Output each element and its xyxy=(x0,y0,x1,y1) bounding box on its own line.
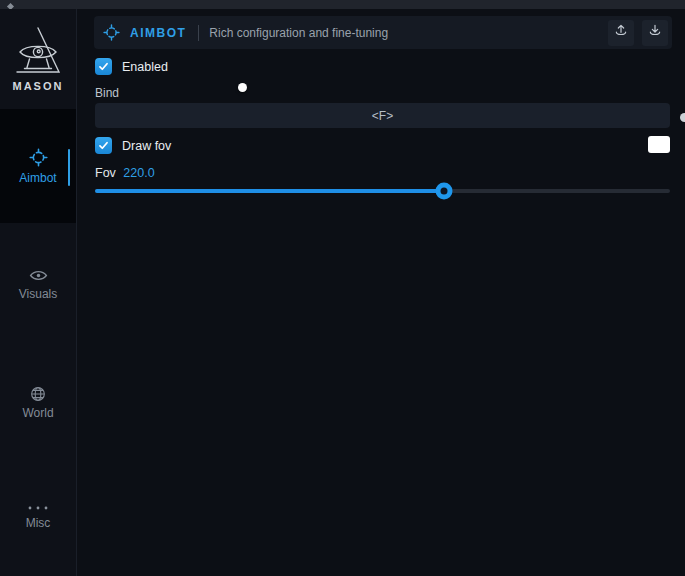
page-subtitle: Rich configuration and fine-tuning xyxy=(209,26,388,40)
upload-icon xyxy=(613,23,629,42)
sidebar: MASON Aimbot Visuals xyxy=(0,9,76,576)
download-config-button[interactable] xyxy=(642,20,668,46)
crosshair-icon xyxy=(103,24,120,41)
enabled-checkbox[interactable] xyxy=(95,58,112,75)
fov-value-row: Fov 220.0 xyxy=(95,166,155,180)
main-panel: AIMBOT Rich configuration and fine-tunin… xyxy=(77,9,685,576)
fov-value: 220.0 xyxy=(123,166,154,180)
fov-slider[interactable] xyxy=(95,181,670,199)
app-logo: MASON xyxy=(0,26,76,92)
crosshair-icon xyxy=(0,148,76,167)
globe-icon xyxy=(0,386,76,402)
sidebar-item-label: Visuals xyxy=(0,287,76,301)
enabled-label: Enabled xyxy=(122,60,168,74)
sidebar-item-label: Misc xyxy=(0,516,76,530)
app-title: MASON xyxy=(0,80,76,92)
sidebar-item-label: World xyxy=(0,406,76,420)
window-top-strip xyxy=(0,0,685,9)
app-window: MASON Aimbot Visuals xyxy=(0,0,685,576)
upload-config-button[interactable] xyxy=(608,20,634,46)
page-header: AIMBOT Rich configuration and fine-tunin… xyxy=(94,16,672,49)
sidebar-item-aimbot[interactable]: Aimbot xyxy=(0,148,76,185)
fov-color-swatch[interactable] xyxy=(648,136,670,153)
eye-icon xyxy=(0,268,76,283)
fov-slider-handle[interactable] xyxy=(436,183,453,200)
ellipsis-icon xyxy=(0,504,76,512)
checkmark-icon xyxy=(98,140,109,151)
mouse-cursor-dot xyxy=(238,83,247,92)
sidebar-item-label: Aimbot xyxy=(0,171,76,185)
sidebar-item-world[interactable]: World xyxy=(0,386,76,420)
secondary-cursor-dot xyxy=(680,113,685,122)
pyramid-eye-icon xyxy=(0,26,76,76)
bind-input[interactable]: <F> xyxy=(95,103,670,128)
checkmark-icon xyxy=(98,61,109,72)
page-title: AIMBOT xyxy=(130,26,186,40)
draw-fov-label: Draw fov xyxy=(122,139,171,153)
header-divider xyxy=(198,25,199,41)
active-tab-indicator xyxy=(68,149,70,186)
download-icon xyxy=(647,23,663,42)
fov-label: Fov xyxy=(95,166,116,180)
draw-fov-checkbox[interactable] xyxy=(95,137,112,154)
sidebar-item-misc[interactable]: Misc xyxy=(0,504,76,530)
bind-label: Bind xyxy=(95,86,119,100)
fov-slider-fill xyxy=(95,189,444,193)
sidebar-item-visuals[interactable]: Visuals xyxy=(0,268,76,301)
